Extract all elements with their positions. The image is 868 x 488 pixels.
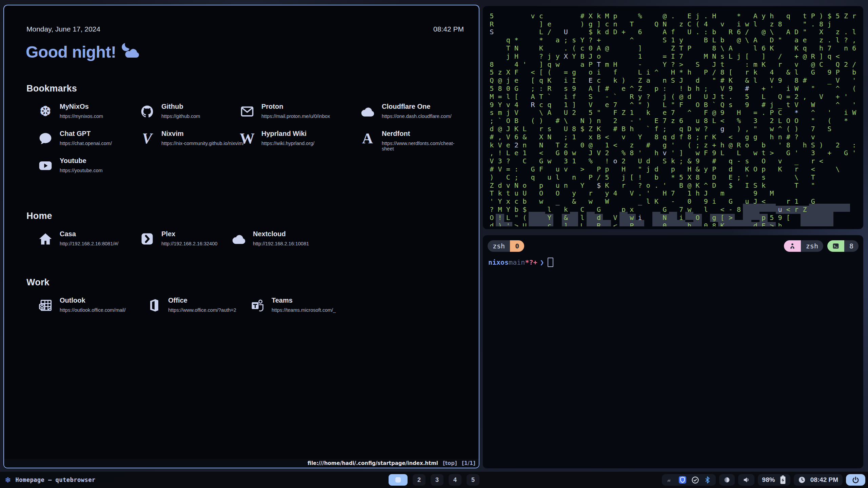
bookmark-casa[interactable]: Casa http://192.168.2.16:8081/#/ [37,230,118,248]
matrix-row: M=l[ AT` if S -` Ry? j(@d UJt. 5 L Q=2, … [488,91,861,99]
bookmark-name: Nextcloud [253,230,309,238]
bookmark-name: MyNixOs [60,103,103,110]
night-light-toggle[interactable] [719,474,735,486]
chat-icon [37,130,54,147]
bookmark-teams[interactable]: Teams https://teams.microsoft.com/_ [249,297,336,314]
bookmark-url: https://outlook.office.com/mail/ [60,307,126,313]
statusbar-url: file:///home/hadi/.config/startpage/inde… [308,460,438,466]
bookmark-name: Outlook [60,297,126,304]
matrix-row: Q@je [qK iI Ec k) Za nSJ d "#K &l V9 8# … [488,75,861,83]
bookmark-name: Teams [272,297,336,304]
nix-flake-icon: ❄ [5,476,11,484]
cmatrix-rain: 5 vc #XkMp % @. Ej.H * Ayh q tP)$5ZrR ]e… [488,10,861,226]
bookmark-outlook[interactable]: Outlook https://outlook.office.com/mail/ [37,297,126,314]
taskbar: ❄ Homepage — qutebrowser 2345 98% 08:42 … [0,472,868,488]
bookmark-mynixos[interactable]: ❆ MyNixOs https://mynixos.com [37,103,103,120]
workspace-5[interactable]: 5 [467,474,479,486]
matrix-row: V3? C Gw 31 % !o2 Ud Sk;&9 # q-s O v _ r… [488,155,861,163]
battery-indicator[interactable]: 98% [758,474,790,486]
workspace-3[interactable]: 3 [431,474,443,486]
tmux-window-pill[interactable]: zsh 0 [488,240,524,252]
matrix-row: d@JKL rs U8$ZK #Bh `f; qDw? g )," w^() 7… [488,123,861,131]
bluetooth-icon[interactable] [704,476,711,484]
bookmark-url: https://wiki.hyprland.org/ [261,141,314,146]
bookmark-nextcloud[interactable]: Nextcloud http://192.168.2.16:10081 [230,230,309,248]
volume-icon [743,476,750,484]
check-circle-icon[interactable] [691,476,699,484]
bookmark-chat-gpt[interactable]: Chat GPT https://chat.openai.com/ [37,130,112,147]
clock-widget[interactable]: 08:42 PM [794,474,843,486]
prompt-symbol: ❯ [540,258,544,266]
shell-prompt[interactable]: nixos main *?+ ❯ [488,258,553,267]
startpage-date: Monday, June 17, 2024 [26,25,100,33]
matrix-row: 9Yv4 Rcq 1] V e7 ^") L"F OB`Qs 9 #j_tV W… [488,99,861,107]
bookmark-url: https://nix-community.github.io/nixvim/ [161,141,244,146]
bookmark-youtube[interactable]: Youtube https://youtube.com [37,157,103,175]
workspace-active-dot [395,477,401,483]
bookmark-url: http://192.168.2.16:8081/#/ [60,241,118,246]
matrix-row: R ]e )g]cn T QN zC(4 v iwl z8 ".8j [488,18,861,26]
bookmark-url: https://mynixos.com [60,114,103,119]
mail-icon [238,103,256,120]
bookmark-hyprland-wiki[interactable]: W Hyprland Wiki https://wiki.hyprland.or… [238,130,314,147]
moon-cloud-icon [121,43,139,61]
matrix-row: ) C; q ul n P/5 j[! b *5X8 D E;' s \ T [488,171,861,180]
matrix-row: ZdvNo p un Y $K r ?o.' B@K^D $ ISk T " [488,180,861,188]
tmux-window-name: zsh [488,240,510,252]
matrix-row: #V=: GF uv > Pp H "jd p H&yP d KOp K r <… [488,163,861,171]
workspace-4[interactable]: 4 [449,474,461,486]
matrix-row: 'Yxcb w _ & w W _lK - 0 9i G uJ< r1 G [488,196,861,204]
greeting-text: Good night! [26,43,116,61]
matrix-row: O!L"( Y & l d V wi N i O g[> p59[ [488,212,861,220]
matrix-row: smjV \A U2 5" FZ1 k e7 ^ F@9 H =.PC * ^ … [488,107,861,115]
bookmark-office[interactable]: Office https://www.office.com/?auth=2 [145,297,236,314]
nixos-snowflake-icon: ❆ [37,103,54,120]
statusbar-scroll-indicator: [top] [443,460,457,466]
startpage-clock: 08:42 PM [433,25,464,33]
bookmark-name: Plex [161,230,217,238]
tmux-status-bar: zsh 0 zsh 8 [488,240,859,252]
tmux-right-pill-zsh: zsh [784,240,823,252]
clock-time: 08:42 PM [810,476,838,484]
kdeconnect-icon[interactable] [666,476,674,484]
bookmark-name: Youtube [60,157,103,165]
section-work: Work Outlook https://outlook.office.com/… [26,277,464,320]
tmux-right-pill-8: 8 [827,240,859,252]
section-title: Work [26,277,464,288]
volume-control[interactable] [738,474,754,486]
font-a-icon: A [359,130,376,147]
bookmark-url: https://teams.microsoft.com/_ [272,307,336,313]
section-home: Home Casa http://192.168.2.16:8081/#/ Pl… [26,211,464,254]
workspace-1[interactable] [389,474,408,486]
shield-icon[interactable] [678,476,687,484]
cloud-icon [359,103,376,120]
terminal-cmatrix-window: 5 vc #XkMp % @. Ej.H * Ayh q tP)$5ZrR ]e… [483,6,863,229]
matrix-row: 5zXF <[( =g oi f Li^ H*h P/8[ rk 4 &l G … [488,67,861,75]
bookmark-proton[interactable]: Proton https://mail.proton.me/u/0/inbox [238,103,330,120]
night-light-icon [724,476,730,483]
bookmark-name: Proton [261,103,330,110]
bookmark-url: https://github.com [161,114,200,119]
bookmark-name: Office [168,297,236,304]
workspace-2[interactable]: 2 [413,474,426,486]
tmux-status-right: zsh 8 [784,240,859,252]
workspace-switcher: 2345 [389,474,479,486]
terminal-shell-window[interactable]: zsh 0 zsh 8 nixos main *?+ ❯ [483,235,863,468]
terminal-cursor [548,258,553,267]
youtube-icon [37,157,54,175]
bookmark-name: Cloudflare One [382,103,452,110]
prompt-git-status: *?+ [525,258,537,266]
bookmark-nixvim[interactable]: V Nixvim https://nix-community.github.io… [138,130,244,147]
qutebrowser-window: Monday, June 17, 2024 08:42 PM Good nigh… [3,5,479,468]
bookmark-github[interactable]: Github https://github.com [138,103,200,120]
bookmark-plex[interactable]: Plex http://192.168.2.16:32400 [138,230,217,248]
bookmark-name: Casa [60,230,118,238]
bookmark-nerdfont[interactable]: A Nerdfont https://www.nerdfonts.com/che… [359,130,464,151]
matrix-row: TN K .(c0A@ ] ZTP 8\A l6K Kq h7 n6 [488,42,861,50]
power-button[interactable] [846,474,865,486]
cloud-icon [230,230,248,248]
bookmark-url: http://192.168.2.16:32400 [161,241,217,246]
matrix-row: ,!Le1 < G0w JV2 %8' hv'] wF9L L wt> G' 3… [488,147,861,156]
bookmark-cloudflare-one[interactable]: Cloudflare One https://one.dash.cloudfla… [359,103,452,120]
matrix-row: 5 vc #XkMp % @. Ej.H * Ayh q tP)$5Zr [488,10,861,18]
